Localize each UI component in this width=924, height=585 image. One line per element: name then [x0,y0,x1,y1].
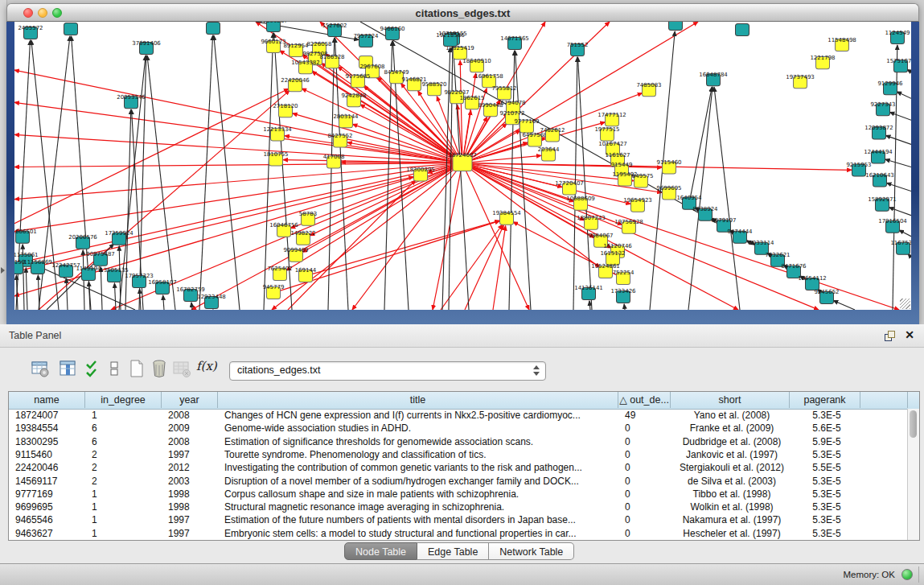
graph-node-label: 17016504 [878,218,907,225]
toolbar-function-button[interactable]: f(x) [196,359,217,380]
graph-node-label: 9777169 [514,118,539,125]
graph-edge[interactable] [889,208,911,216]
table-cell: Franke et al. (2009) [671,422,790,435]
tab-edge-table[interactable]: Edge Table [417,542,489,560]
table-cell: Estimation of the future numbers of pati… [218,513,618,526]
graph-node-label: 7485083 [636,82,661,89]
network-canvas[interactable]: 1872400796601238912954822605898275081054… [14,22,911,310]
table-cell: 1 [85,527,162,540]
graph-node[interactable] [64,23,78,35]
graph-edge[interactable] [624,304,625,310]
graph-edge[interactable] [163,295,164,310]
table-cell: 6 [85,422,162,435]
graph-edge[interactable] [26,268,27,310]
toolbar-show-columns-button[interactable] [58,359,79,380]
table-row[interactable]: 911546021997Tourette syndrome. Phenomeno… [9,448,907,461]
graph-edge[interactable] [114,283,116,310]
graph-edge[interactable] [191,303,192,310]
table-cell: 5.3E-5 [790,475,860,488]
toolbar-create-table-button[interactable] [127,359,148,380]
graph-edge[interactable] [889,112,911,120]
table-cell: 2012 [162,461,218,474]
toolbar-delete-table-button[interactable] [150,359,170,380]
toolbar-select-all-button[interactable] [84,359,105,380]
graph-edge[interactable] [38,275,39,310]
network-window-titlebar[interactable]: citations_edges.txt [6,3,919,22]
scrollbar-thumb[interactable] [910,410,917,438]
graph-edge[interactable] [897,92,911,98]
table-cell: 9777169 [9,488,85,501]
toolbar-rows-button[interactable] [105,359,125,380]
graph-node-label: 8471676 [781,263,807,270]
graph-node-label: 1810755 [263,151,288,158]
graph-node[interactable] [207,23,220,35]
tab-node-table[interactable]: Node Table [344,542,417,560]
table-select-dropdown[interactable]: citations_edges.txt [229,361,546,381]
graph-edge[interactable] [140,289,141,310]
graph-node-label: 9215953 [846,162,871,168]
graph-edge[interactable] [493,226,506,310]
column-header-pagerank[interactable]: pagerank [790,392,860,408]
graph-node-label: 21606501 [14,229,37,235]
column-header-year[interactable]: year [162,392,218,408]
table-row[interactable]: 1938455462009Genome-wide association stu… [9,422,907,435]
table-row[interactable]: 1456911722003Disruption of a novel membe… [9,475,907,488]
graph-edge[interactable] [199,35,213,310]
float-window-icon[interactable] [885,331,895,341]
graph-node[interactable] [736,24,749,36]
toolbar-table-settings-button[interactable] [31,359,51,380]
resize-grip[interactable] [900,299,910,309]
graph-edge[interactable] [14,163,462,231]
graph-edge[interactable] [689,87,712,204]
graph-node-label: 19218586 [436,32,465,39]
table-scrollbar[interactable] [907,409,919,540]
graph-edge[interactable] [833,301,855,310]
table-cell: 5.3E-5 [790,488,860,501]
network-graph[interactable]: 1872400796601238912954822605898275081054… [14,22,911,310]
table-row[interactable]: 946554611997Estimation of the future num… [9,513,907,526]
graph-edge[interactable] [147,56,175,310]
column-header-out-de-[interactable]: △ out_de... [618,392,671,408]
table-cell: 5.6E-5 [790,422,860,435]
graph-edge[interactable] [191,163,462,310]
graph-edge[interactable] [433,163,462,310]
table-row[interactable]: 977716911998Corpus callosum shape and si… [9,488,907,501]
close-panel-icon[interactable]: ✕ [905,328,914,341]
column-header-name[interactable]: name [9,392,85,408]
graph-node-label: 2933114 [749,240,774,246]
graph-edge[interactable] [214,35,240,310]
graph-edge[interactable] [125,109,131,310]
graph-edge[interactable] [306,220,499,276]
table-row[interactable]: 946362711997Embryonic stem cells: a mode… [9,527,907,540]
table-row[interactable]: 1872400712008Changes of HCN gene express… [9,409,907,422]
graph-node-label: 16210643 [865,172,894,179]
graph-edge[interactable] [885,135,911,144]
column-header-short[interactable]: short [671,392,790,408]
graph-edge[interactable] [14,163,462,167]
graph-node-label: 9588520 [421,81,446,88]
graph-node-label: 19524861 [591,263,620,270]
graph-edge[interactable] [14,89,289,224]
graph-node-label: 1615132 [600,250,625,257]
graph-edge[interactable] [465,225,503,310]
table-row[interactable]: 969969511998Structural magnetic resonanc… [9,501,907,513]
graph-node-label: 2405572 [18,25,43,31]
graph-edge[interactable] [885,159,911,167]
graph-edge[interactable] [589,301,590,310]
column-header-in-degree[interactable]: in_degree [85,392,162,408]
graph-node-label: 9210772 [499,110,524,117]
graph-edge[interactable] [887,183,911,191]
expand-arrow-icon[interactable] [1,267,5,274]
graph-edge[interactable] [14,177,413,272]
graph-edge[interactable] [66,278,68,310]
table-row[interactable]: 1830029562008Estimation of significance … [9,435,907,448]
column-header-title[interactable]: title [218,392,618,408]
graph-edge[interactable] [899,230,911,237]
table-cell: Hescheler et al. (1997) [671,527,790,540]
tab-network-table[interactable]: Network Table [489,542,574,560]
graph-node[interactable] [669,22,683,31]
graph-edge[interactable] [515,51,531,310]
table-row[interactable]: 2242004622012Investigating the contribut… [9,461,907,474]
graph-edge[interactable] [714,87,740,310]
graph-node-label: 915449 [611,162,633,168]
